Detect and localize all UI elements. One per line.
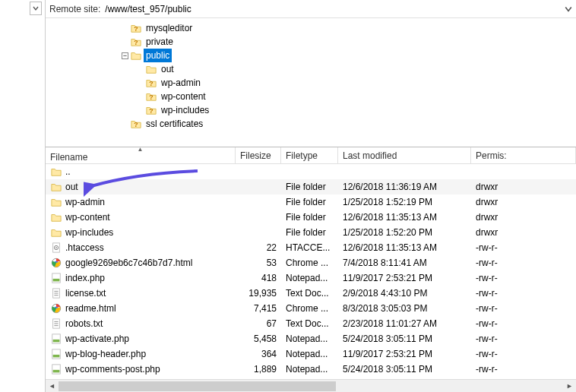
tree-label[interactable]: ssl certificates — [144, 117, 205, 131]
svg-rect-24 — [53, 340, 60, 343]
scroll-track[interactable] — [59, 380, 563, 393]
file-row[interactable]: license.txt 19,935 Text Doc... 2/9/2018 … — [46, 286, 576, 301]
file-row[interactable]: wp-comments-post.php 1,889 Notepad... 5/… — [46, 362, 576, 377]
file-name: .htaccess — [65, 242, 104, 253]
file-name: wp-content — [65, 212, 110, 223]
file-row[interactable]: readme.html 7,415 Chrome ... 8/3/2018 3:… — [46, 301, 576, 316]
file-permissions: -rw-r- — [471, 349, 576, 359]
file-size: 19,935 — [236, 288, 281, 299]
folder-icon — [50, 226, 62, 239]
col-filesize[interactable]: Filesize — [236, 147, 281, 163]
file-modified: 5/24/2018 3:05:11 PM — [338, 364, 471, 375]
tree-node[interactable]: ?wp-includes — [53, 103, 576, 117]
question-icon: ? — [146, 77, 157, 88]
file-row[interactable]: wp-admin File folder 1/25/2018 1:52:19 P… — [46, 194, 576, 210]
file-modified: 11/9/2017 2:53:21 PM — [338, 349, 471, 359]
file-row[interactable]: wp-includes File folder 1/25/2018 1:52:2… — [46, 225, 576, 240]
file-modified: 12/6/2018 11:36:19 AM — [338, 182, 471, 192]
question-icon: ? — [131, 36, 141, 47]
file-name: wp-blog-header.php — [65, 349, 146, 359]
file-type: Text Doc... — [281, 288, 338, 299]
file-name: .. — [65, 166, 71, 177]
horizontal-scrollbar[interactable]: ◄ ► — [46, 379, 576, 392]
col-filename[interactable]: Filename — [50, 152, 230, 163]
txt-icon — [50, 287, 62, 299]
tree-node[interactable]: out — [53, 62, 576, 76]
tree-label[interactable]: public — [144, 49, 172, 62]
file-size: 364 — [236, 349, 281, 359]
col-permissions[interactable]: Permis: — [471, 147, 576, 163]
col-modified[interactable]: Last modified — [338, 147, 471, 163]
file-name: readme.html — [65, 303, 116, 314]
file-type: Text Doc... — [281, 318, 338, 329]
file-row[interactable]: google9269eb6c7c46b7d7.html 53 Chrome ..… — [46, 255, 576, 270]
file-modified: 7/4/2018 8:11:41 AM — [338, 258, 471, 268]
remote-site-label: Remote site: — [49, 4, 100, 14]
tree-label[interactable]: private — [144, 35, 176, 49]
file-name: wp-includes — [65, 227, 113, 238]
file-row[interactable]: wp-content File folder 12/6/2018 11:35:1… — [46, 210, 576, 225]
php-icon — [50, 333, 62, 345]
tree-node[interactable]: ?wp-admin — [53, 76, 576, 90]
chevron-down-icon[interactable] — [565, 5, 572, 13]
file-row[interactable]: out File folder 12/6/2018 11:36:19 AM dr… — [46, 179, 576, 194]
left-gutter — [0, 0, 46, 392]
file-list-header[interactable]: ▲ Filename Filesize Filetype Last modifi… — [46, 147, 576, 164]
left-dropdown-button[interactable] — [30, 2, 42, 15]
tree-label[interactable]: mysqleditor — [144, 21, 195, 35]
file-size: 22 — [236, 242, 281, 253]
file-name: license.txt — [65, 288, 106, 299]
file-list-body[interactable]: .. out File folder 12/6/2018 11:36:19 AM… — [46, 164, 576, 379]
file-type: Notepad... — [281, 349, 338, 359]
folder-icon — [131, 50, 141, 61]
file-row[interactable]: .. — [46, 164, 576, 179]
folder-icon — [50, 196, 62, 208]
col-filetype[interactable]: Filetype — [281, 147, 338, 163]
file-modified: 2/9/2018 4:43:10 PM — [338, 288, 471, 299]
svg-point-8 — [55, 247, 57, 248]
file-permissions: drwxr — [471, 182, 576, 192]
tree-node[interactable]: −public — [53, 49, 576, 62]
tree-label[interactable]: wp-includes — [159, 103, 211, 117]
tree-node[interactable]: ?mysqleditor — [53, 21, 576, 35]
folder-icon — [146, 64, 157, 74]
folder-icon — [50, 181, 62, 193]
file-modified: 5/24/2018 3:05:11 PM — [338, 334, 471, 344]
svg-rect-26 — [53, 355, 60, 358]
file-row[interactable]: wp-blog-header.php 364 Notepad... 11/9/2… — [46, 346, 576, 362]
scroll-thumb[interactable] — [59, 381, 336, 391]
tree-node[interactable]: ?private — [53, 35, 576, 49]
file-type: Notepad... — [281, 273, 338, 283]
file-name: out — [65, 182, 78, 192]
file-row[interactable]: robots.txt 67 Text Doc... 2/23/2018 11:0… — [46, 316, 576, 331]
php-icon — [50, 272, 62, 284]
collapse-icon[interactable]: − — [122, 52, 128, 59]
tree-label[interactable]: out — [159, 62, 176, 76]
svg-text:?: ? — [134, 121, 138, 128]
scroll-left-button[interactable]: ◄ — [46, 380, 59, 393]
remote-tree[interactable]: ?mysqleditor?private−publicout?wp-admin?… — [46, 18, 576, 147]
tree-label[interactable]: wp-content — [159, 90, 208, 103]
question-icon: ? — [146, 105, 157, 115]
file-row[interactable]: .htaccess 22 HTACCE... 12/6/2018 11:35:1… — [46, 240, 576, 255]
file-name: index.php — [65, 273, 105, 283]
file-size: 1,889 — [236, 364, 281, 375]
php-icon — [50, 348, 62, 360]
file-row[interactable]: index.php 418 Notepad... 11/9/2017 2:53:… — [46, 270, 576, 286]
file-permissions: -rw-r- — [471, 318, 576, 329]
file-row[interactable]: wp-activate.php 5,458 Notepad... 5/24/20… — [46, 331, 576, 346]
svg-rect-12 — [53, 279, 60, 282]
file-permissions: -rw-r- — [471, 288, 576, 299]
svg-rect-28 — [53, 370, 60, 373]
file-permissions: -rw-r- — [471, 273, 576, 283]
tree-node[interactable]: ?ssl certificates — [53, 117, 576, 131]
question-icon: ? — [131, 119, 141, 129]
scroll-right-button[interactable]: ► — [563, 380, 576, 393]
file-modified: 2/23/2018 11:01:27 AM — [338, 318, 471, 329]
tree-node[interactable]: ?wp-content — [53, 90, 576, 103]
file-permissions: -rw-r- — [471, 334, 576, 344]
tree-label[interactable]: wp-admin — [159, 76, 203, 90]
svg-text:?: ? — [134, 25, 138, 33]
remote-path-input[interactable] — [105, 4, 560, 14]
file-size: 5,458 — [236, 334, 281, 344]
